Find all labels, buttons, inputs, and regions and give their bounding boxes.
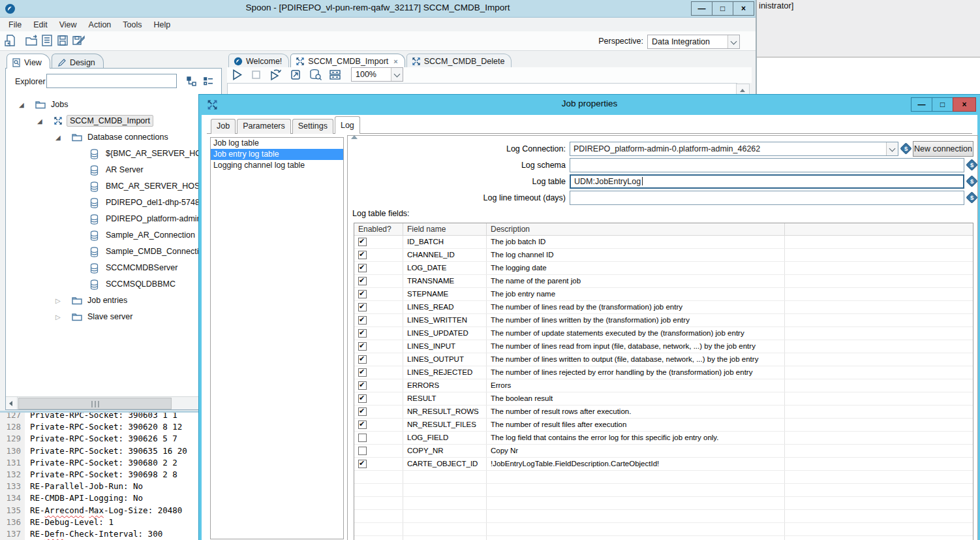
chevron-down-icon[interactable] — [886, 142, 898, 155]
log-editor-window[interactable]: 127Private-RPC-Socket: 390603 1 1128Priv… — [0, 413, 199, 540]
save-icon[interactable] — [56, 34, 70, 48]
expander-expanded-icon[interactable]: ◢ — [19, 101, 24, 108]
show-results-icon[interactable] — [329, 69, 342, 82]
expander-expanded-icon[interactable]: ◢ — [37, 118, 42, 125]
checkbox-checked[interactable] — [358, 251, 367, 259]
variable-icon[interactable]: $ — [900, 142, 911, 154]
stop-icon[interactable] — [250, 69, 263, 82]
menu-file[interactable]: File — [3, 19, 27, 31]
checkbox-checked[interactable] — [358, 368, 367, 377]
verify-db-icon[interactable] — [309, 69, 322, 82]
field-name-cell: STEPNAME — [403, 288, 487, 300]
dialog-tab-parameters[interactable]: Parameters — [237, 119, 291, 134]
tree-item-job-entries[interactable]: ▷Job entries — [6, 293, 220, 310]
menu-view[interactable]: View — [54, 19, 83, 31]
tree-item-database-connections[interactable]: ◢Database connections — [6, 130, 220, 146]
log-schema-input[interactable] — [570, 158, 964, 172]
replay-icon[interactable] — [269, 69, 282, 82]
chevron-down-icon[interactable] — [391, 68, 403, 81]
list-view-icon[interactable] — [203, 76, 214, 87]
new-file-icon[interactable] — [4, 34, 18, 48]
log-connection-combo[interactable]: PDIREPO_platform-admin-0.platform-admin_… — [570, 142, 898, 156]
tree-item--bmc-ar-server-host-na[interactable]: ${BMC_AR_SERVER_HOST_NA — [6, 146, 220, 163]
checkbox-checked[interactable] — [358, 277, 367, 285]
maximize-button[interactable]: □ — [712, 1, 733, 16]
checkbox-checked[interactable] — [358, 460, 367, 468]
scroll-left-icon[interactable] — [6, 397, 18, 409]
tab-sccm-cmdb-import[interactable]: SCCM_CMDB_Import× — [290, 54, 405, 67]
checkbox-checked[interactable] — [358, 290, 367, 298]
dialog-tab-log[interactable]: Log — [335, 116, 360, 134]
checkbox-checked[interactable] — [358, 238, 367, 246]
field-name: LOG_DATE — [403, 262, 486, 272]
tree-item-bmc-ar-server-host-nam[interactable]: BMC_AR_SERVER_HOST_NAM — [6, 179, 220, 195]
run-options-icon[interactable] — [290, 69, 303, 82]
checkbox-checked[interactable] — [358, 342, 367, 351]
dialog-minimize-button[interactable]: — — [911, 97, 932, 112]
dialog-tab-settings[interactable]: Settings — [292, 119, 333, 134]
connections-tree-icon[interactable] — [186, 76, 197, 87]
chevron-down-icon[interactable] — [727, 35, 739, 48]
checkbox-checked[interactable] — [358, 394, 367, 403]
variable-icon[interactable]: $ — [966, 159, 977, 170]
menu-help[interactable]: Help — [148, 19, 177, 31]
tree-item-sample-ar-connection[interactable]: Sample_AR_Connection — [6, 228, 220, 244]
menu-edit[interactable]: Edit — [27, 19, 54, 31]
checkbox-checked[interactable] — [358, 407, 367, 416]
save-as-icon[interactable] — [72, 34, 86, 48]
menu-action[interactable]: Action — [83, 19, 117, 31]
tab-sccm-cmdb-delete[interactable]: SCCM_CMDB_Delete — [406, 54, 512, 67]
new-connection-button[interactable]: New connection — [913, 141, 973, 157]
log-line-timeout-input[interactable] — [570, 191, 964, 205]
checkbox-unchecked[interactable] — [358, 447, 367, 455]
close-button[interactable]: × — [733, 1, 754, 16]
tree-item-slave-server[interactable]: ▷Slave server — [6, 310, 220, 326]
tree-item-sccm-cmdb-import[interactable]: ◢SCCM_CMDB_Import — [6, 114, 220, 130]
variable-icon[interactable]: $ — [966, 175, 977, 187]
expander-collapsed-icon[interactable]: ▷ — [55, 297, 61, 304]
perspective-dropdown[interactable]: Data Integration — [647, 35, 740, 49]
run-icon[interactable] — [231, 69, 244, 82]
tree-item-ar-server[interactable]: AR Server — [6, 163, 220, 179]
tree-item-sccmsqldbbmc[interactable]: SCCMSQLDBBMC — [6, 277, 220, 293]
explore-repository-icon[interactable] — [40, 34, 55, 48]
description-cell: The number of lines rejected by error ha… — [487, 366, 785, 379]
checkbox-checked[interactable] — [358, 329, 367, 338]
expander-collapsed-icon[interactable]: ▷ — [55, 313, 61, 321]
tree-item-pdirepo-platform-admin-0-p[interactable]: PDIREPO_platform-admin-0.p — [6, 212, 220, 228]
tab-view[interactable]: View — [7, 54, 50, 69]
minimize-button[interactable]: — — [691, 1, 712, 16]
checkbox-unchecked[interactable] — [358, 434, 367, 442]
dialog-close-button[interactable]: × — [953, 97, 976, 112]
tab-design[interactable]: Design — [52, 54, 104, 69]
checkbox-checked[interactable] — [358, 381, 367, 390]
checkbox-checked[interactable] — [358, 316, 367, 325]
expander-expanded-icon[interactable]: ◢ — [55, 134, 61, 141]
explorer-search-input[interactable] — [46, 74, 177, 88]
dialog-titlebar: Job properties — □ × — [199, 95, 980, 115]
checkbox-checked[interactable] — [358, 303, 367, 311]
scrollbar-thumb[interactable] — [18, 398, 172, 409]
list-item-job-entry-log-table[interactable]: Job entry log table — [211, 149, 343, 160]
checkbox-checked[interactable] — [358, 264, 367, 272]
field-description: The number of lines read by the (transfo… — [487, 301, 784, 311]
close-icon[interactable]: × — [393, 57, 397, 65]
collapse-sash-icon[interactable] — [351, 135, 358, 139]
list-item-logging-channel-log-table[interactable]: Logging channel log table — [211, 160, 343, 171]
dialog-maximize-button[interactable]: □ — [932, 97, 953, 112]
dialog-tab-job[interactable]: Job — [211, 119, 236, 134]
log-table-input[interactable]: UDM:JobEntryLog — [570, 174, 964, 189]
tree-item-pdirepo-del1-dhp-5748-0[interactable]: PDIREPO_del1-dhp-5748_0 — [6, 195, 220, 212]
checkbox-checked[interactable] — [358, 355, 367, 364]
menu-tools[interactable]: Tools — [117, 19, 147, 31]
tab-welcome-[interactable]: Welcome! — [228, 54, 289, 67]
zoom-dropdown[interactable]: 100% — [351, 67, 403, 82]
checkbox-checked[interactable] — [358, 421, 367, 429]
open-file-icon[interactable] — [25, 34, 39, 48]
tree-item-jobs[interactable]: ◢Jobs — [6, 97, 220, 114]
variable-icon[interactable]: $ — [966, 191, 977, 203]
tree-item-sccmcmdbserver[interactable]: SCCMCMDBServer — [6, 261, 220, 277]
explorer-horizontal-scrollbar[interactable] — [6, 396, 221, 409]
tree-item-sample-cmdb-connection[interactable]: Sample_CMDB_Connection — [6, 244, 220, 261]
list-item-job-log-table[interactable]: Job log table — [211, 138, 343, 149]
